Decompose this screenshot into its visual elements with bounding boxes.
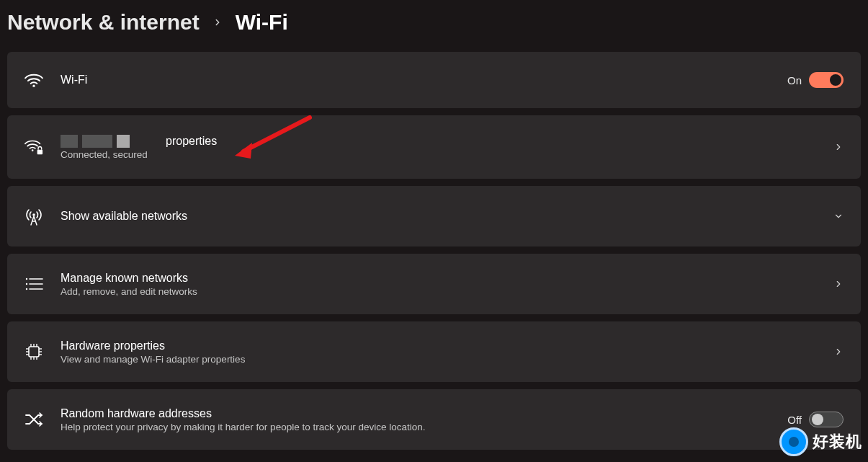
chip-icon xyxy=(24,342,43,361)
breadcrumb-parent[interactable]: Network & internet xyxy=(7,10,200,35)
breadcrumb: Network & internet Wi-Fi xyxy=(0,0,868,52)
list-icon xyxy=(24,275,43,293)
svg-point-8 xyxy=(26,288,27,290)
manage-known-networks-card[interactable]: Manage known networks Add, remove, and e… xyxy=(7,254,861,314)
watermark-text: 好装机 xyxy=(813,431,862,453)
network-properties-card[interactable]: properties Connected, secured xyxy=(7,115,861,179)
hardware-properties-card[interactable]: Hardware properties View and manage Wi-F… xyxy=(7,321,861,382)
svg-rect-2 xyxy=(37,150,42,155)
svg-point-6 xyxy=(26,283,27,285)
wifi-toggle-state-label: On xyxy=(787,74,802,86)
manage-known-networks-label: Manage known networks xyxy=(61,272,833,285)
wifi-toggle-label: Wi-Fi xyxy=(61,74,787,86)
manage-known-networks-sub: Add, remove, and edit networks xyxy=(61,286,833,297)
hardware-properties-sub: View and manage Wi-Fi adapter properties xyxy=(61,354,833,365)
antenna-icon xyxy=(24,207,43,226)
hardware-properties-label: Hardware properties xyxy=(61,339,833,352)
chevron-down-icon xyxy=(833,211,844,221)
network-properties-suffix: properties xyxy=(166,135,217,148)
chevron-right-icon xyxy=(212,17,223,27)
random-hardware-addresses-sub: Help protect your privacy by making it h… xyxy=(61,422,787,432)
random-hw-toggle-switch[interactable] xyxy=(809,412,844,427)
random-hardware-addresses-label: Random hardware addresses xyxy=(61,407,787,420)
svg-point-1 xyxy=(32,149,34,151)
watermark-logo-icon xyxy=(779,427,808,456)
svg-point-0 xyxy=(32,85,35,87)
redacted-ssid-part xyxy=(82,135,112,148)
chevron-right-icon xyxy=(833,347,844,357)
wifi-secured-icon xyxy=(24,138,43,156)
watermark: 好装机 xyxy=(779,427,862,456)
network-properties-title: properties xyxy=(61,135,833,148)
chevron-right-icon xyxy=(833,142,844,152)
redacted-ssid-part xyxy=(117,135,130,148)
show-available-networks-label: Show available networks xyxy=(61,210,833,223)
shuffle-icon xyxy=(24,410,43,429)
svg-rect-10 xyxy=(29,347,39,357)
wifi-toggle-switch[interactable] xyxy=(809,72,844,88)
svg-point-4 xyxy=(26,278,27,280)
wifi-toggle-card[interactable]: Wi-Fi On xyxy=(7,52,861,108)
wifi-icon xyxy=(24,71,43,89)
random-hw-toggle-state-label: Off xyxy=(787,414,802,426)
show-available-networks-card[interactable]: Show available networks xyxy=(7,186,861,246)
chevron-right-icon xyxy=(833,279,844,289)
breadcrumb-current: Wi-Fi xyxy=(236,10,288,35)
random-hardware-addresses-card[interactable]: Random hardware addresses Help protect y… xyxy=(7,389,861,450)
redacted-ssid-part xyxy=(61,135,78,148)
network-properties-status: Connected, secured xyxy=(61,149,833,160)
